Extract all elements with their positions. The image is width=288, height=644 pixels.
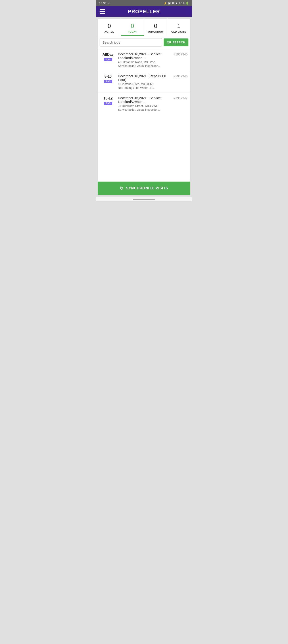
job-number: #1937347 (174, 96, 187, 100)
job-time-label: 10-12 (104, 96, 113, 100)
tab-today-indicator (121, 35, 144, 36)
app-header: PROPELLER (96, 6, 192, 17)
gas-badge: GAS (104, 102, 112, 105)
tab-old-visits-count: 1 (168, 22, 189, 30)
job-time-column: 10-12 GAS (101, 96, 116, 105)
status-bar-left: 16:33 ♡ (99, 2, 111, 5)
status-bar-right: ⚡ ▣ 4G▲ 62% 🔋 (164, 2, 189, 5)
gas-badge: GAS (104, 80, 112, 83)
job-description: Service boiler, visual inspection.. (118, 64, 172, 68)
job-description: No Heating / Hot Water - P1 (118, 86, 172, 90)
job-number: #1937346 (174, 74, 187, 78)
tab-bar: 0 ACTIVE 0 TODAY 0 TOMORROW 1 OLD VISITS (98, 19, 190, 36)
sync-button-label: SYNCHRONIZE VISITS (126, 186, 168, 190)
job-details: December-16,2021 - Service: Landlord/Own… (118, 96, 172, 111)
status-time: 16:33 (99, 2, 107, 5)
job-title: December-16,2021 - Service: Landlord/Own… (118, 96, 172, 104)
job-item[interactable]: 8-10 GAS December-16,2021 - Repair (1.0 … (98, 71, 190, 93)
job-item[interactable]: AllDay GAS December-16,2021 - Service: L… (98, 49, 190, 71)
app-title: PROPELLER (128, 9, 160, 14)
job-time-label: AllDay (103, 52, 114, 56)
hamburger-menu-button[interactable] (100, 10, 105, 14)
synchronize-visits-button[interactable]: ↻ SYNCHRONIZE VISITS (98, 182, 190, 195)
job-title: December-16,2021 - Service: Landlord/Own… (118, 52, 172, 60)
job-address: 18 Victoria Drive, M33 3HZ (118, 82, 172, 86)
search-bar: QR SEARCH (98, 36, 190, 49)
tab-tomorrow-label: TOMORROW (145, 30, 166, 33)
tab-active-count: 0 (99, 22, 120, 30)
job-time-column: AllDay GAS (101, 52, 116, 61)
tab-today-count: 0 (122, 22, 143, 30)
tab-today[interactable]: 0 TODAY (121, 19, 144, 36)
battery-percent: 62% (179, 2, 184, 5)
job-description: Service boiler, visual inspection.. (118, 108, 172, 111)
tab-tomorrow[interactable]: 0 TOMORROW (144, 19, 167, 36)
gas-badge: GAS (104, 58, 112, 61)
job-title: December-16,2021 - Repair (1.0 Hour) (118, 74, 172, 82)
job-details: December-16,2021 - Service: Landlord/Own… (118, 52, 172, 68)
battery-icon: 🔋 (185, 2, 189, 5)
job-details: December-16,2021 - Repair (1.0 Hour) 18 … (118, 74, 172, 90)
tab-today-label: TODAY (122, 30, 143, 33)
qr-search-button[interactable]: QR SEARCH (164, 38, 188, 46)
job-item[interactable]: 10-12 GAS December-16,2021 - Service: La… (98, 93, 190, 114)
job-time-column: 8-10 GAS (101, 74, 116, 83)
bluetooth-icon: ⚡ (164, 2, 167, 5)
main-content: 0 ACTIVE 0 TODAY 0 TOMORROW 1 OLD VISITS… (98, 19, 190, 195)
job-address: 33 Dunworth Street,, M14 7WH (118, 104, 172, 108)
sync-icon: ↻ (120, 186, 124, 191)
tab-tomorrow-count: 0 (145, 22, 166, 30)
tab-old-visits-label: OLD VISITS (168, 30, 189, 33)
job-time-label: 8-10 (105, 74, 112, 78)
home-indicator-bar (133, 199, 155, 200)
signal-icon: 4G▲ (172, 2, 178, 5)
job-address: 4-5 Britannia Road, M33 2AA (118, 60, 172, 64)
home-indicator (96, 197, 192, 201)
job-number: #1937345 (174, 52, 187, 56)
tab-active[interactable]: 0 ACTIVE (98, 19, 121, 36)
heart-icon: ♡ (108, 2, 111, 5)
empty-area (98, 114, 190, 182)
vibrate-icon: ▣ (168, 2, 170, 5)
search-input[interactable] (100, 38, 162, 46)
tab-active-label: ACTIVE (99, 30, 120, 33)
status-bar: 16:33 ♡ ⚡ ▣ 4G▲ 62% 🔋 (96, 0, 192, 6)
job-list: AllDay GAS December-16,2021 - Service: L… (98, 49, 190, 114)
tab-old-visits[interactable]: 1 OLD VISITS (167, 19, 190, 36)
